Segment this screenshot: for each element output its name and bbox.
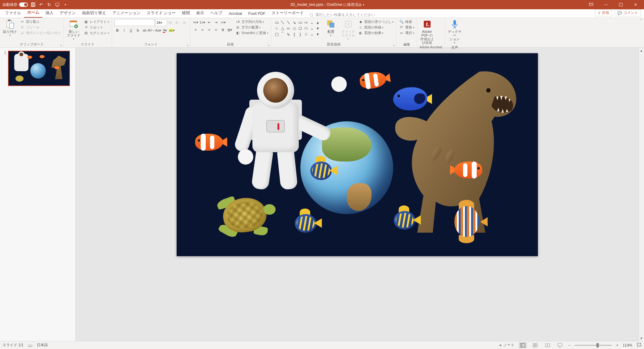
- shape-outline-button[interactable]: ◇図形の枠線: [358, 25, 394, 30]
- underline-icon[interactable]: U: [128, 27, 134, 33]
- distribute-icon[interactable]: ≣: [220, 27, 226, 33]
- numbering-icon[interactable]: 1≡▾: [200, 19, 206, 25]
- dialog-launcher-icon[interactable]: ↘: [267, 44, 270, 47]
- slide-counter[interactable]: スライド 1/1: [2, 343, 24, 348]
- align-center-icon[interactable]: ≡: [200, 27, 206, 33]
- tab-storyboard[interactable]: ストーリーボード: [268, 9, 307, 18]
- blue-tang-model[interactable]: [393, 87, 427, 110]
- present-from-beginning-icon[interactable]: [54, 2, 60, 7]
- find-button[interactable]: 🔍検索: [399, 19, 414, 24]
- slide-thumbnail[interactable]: [8, 51, 70, 86]
- clownfish-model[interactable]: [454, 162, 482, 179]
- shape-fill-button[interactable]: ◆図形の塗りつぶし: [358, 19, 394, 24]
- angelfish-model[interactable]: [307, 158, 337, 183]
- shape-arrow2-icon[interactable]: ⇨: [304, 20, 309, 25]
- decrease-indent-icon[interactable]: ⇤: [206, 19, 213, 25]
- undo-icon[interactable]: ↶: [38, 2, 44, 7]
- shape-effects-button[interactable]: ◐図形の効果: [358, 30, 394, 35]
- format-painter-button[interactable]: 🖌書式のコピー/貼り付け: [20, 30, 61, 35]
- bold-icon[interactable]: B: [114, 27, 121, 33]
- close-button[interactable]: ✕: [629, 0, 643, 9]
- align-right-icon[interactable]: ≡: [206, 27, 213, 33]
- maximize-button[interactable]: [614, 0, 628, 9]
- cut-button[interactable]: ✂切り取り: [20, 19, 61, 24]
- slideshow-view-icon[interactable]: [556, 342, 564, 348]
- slide-editor[interactable]: [76, 48, 638, 341]
- tab-help[interactable]: ヘルプ: [207, 9, 225, 18]
- comments-button[interactable]: 💬コメント: [615, 9, 641, 16]
- shape-scroll-dn-icon[interactable]: ▾: [316, 26, 320, 31]
- reading-view-icon[interactable]: [543, 342, 552, 348]
- line-spacing-icon[interactable]: ↕≡▾: [220, 19, 226, 25]
- dictate-button[interactable]: ディクテー ション▾: [447, 19, 462, 45]
- tab-animations[interactable]: アニメーション: [109, 9, 144, 18]
- slide-sorter-view-icon[interactable]: [531, 342, 539, 348]
- zoom-in-icon[interactable]: +: [616, 343, 618, 347]
- shape-hex-icon[interactable]: ⬡: [298, 26, 303, 31]
- shape-tri-icon[interactable]: △: [280, 26, 285, 31]
- highlight-icon[interactable]: ab▾: [169, 27, 175, 33]
- bullets-icon[interactable]: •≡▾: [193, 19, 199, 25]
- tab-transitions[interactable]: 画面切り替え: [79, 9, 109, 18]
- columns-icon[interactable]: ▥▾: [227, 27, 233, 33]
- autosave-toggle[interactable]: 自動保存: [2, 2, 28, 7]
- tab-design[interactable]: デザイン: [57, 9, 79, 18]
- fit-to-window-icon[interactable]: [637, 343, 642, 348]
- increase-indent-icon[interactable]: ⇥: [213, 19, 219, 25]
- change-case-icon[interactable]: Aa▾: [155, 27, 161, 33]
- shape-more3-icon[interactable]: ⌄: [310, 32, 315, 37]
- select-button[interactable]: ▭選択: [399, 30, 414, 35]
- zoom-value[interactable]: 114%: [623, 343, 632, 347]
- font-family-input[interactable]: [114, 19, 155, 26]
- shape-brace2-icon[interactable]: }: [298, 32, 303, 37]
- align-text-button[interactable]: ⊟文字の配置: [235, 25, 268, 30]
- shape-arrow-icon[interactable]: ↘: [292, 20, 297, 25]
- tab-insert[interactable]: 挿入: [42, 9, 57, 18]
- butterflyfish-model[interactable]: [451, 202, 485, 242]
- strikethrough-icon[interactable]: S̶: [135, 27, 141, 33]
- ribbon-display-options-icon[interactable]: [584, 0, 598, 9]
- tab-view[interactable]: 表示: [193, 9, 207, 18]
- increase-font-icon[interactable]: A↑: [168, 19, 174, 26]
- share-button[interactable]: ⇪共有: [595, 9, 612, 16]
- section-button[interactable]: ▤セクション: [84, 30, 109, 35]
- font-color-icon[interactable]: A▾: [162, 27, 168, 33]
- sea-turtle-model[interactable]: [217, 192, 276, 239]
- shape-callout-icon[interactable]: ⬭: [304, 26, 309, 31]
- tab-file[interactable]: ファイル: [2, 9, 24, 18]
- angelfish-model[interactable]: [390, 208, 421, 233]
- shape-arrowL-icon[interactable]: ⇦: [286, 26, 291, 31]
- shape-rect-icon[interactable]: ▭: [274, 20, 279, 25]
- replace-button[interactable]: ᵃ⁄ᵇ置換: [399, 25, 414, 30]
- adobe-pdf-button[interactable]: Adobe PDF の 作成および共有: [420, 19, 435, 45]
- spellcheck-icon[interactable]: 📖: [28, 343, 32, 347]
- tab-slideshow[interactable]: スライド ショー: [144, 9, 179, 18]
- copy-button[interactable]: ⧉コピー: [20, 25, 61, 30]
- arrange-button[interactable]: 配置▾: [324, 19, 338, 37]
- shape-expand-icon[interactable]: ▾: [316, 32, 320, 37]
- text-shadow-icon[interactable]: ab: [142, 27, 148, 33]
- shape-brace-icon[interactable]: {: [292, 32, 297, 37]
- angelfish-model[interactable]: [291, 211, 322, 236]
- dialog-launcher-icon[interactable]: ↘: [60, 44, 62, 47]
- new-slide-button[interactable]: 新しい スライド ▾: [66, 19, 81, 41]
- save-icon[interactable]: [30, 2, 36, 7]
- notes-button[interactable]: ≐ノート: [499, 343, 514, 348]
- qat-customize-icon[interactable]: ▾: [62, 2, 68, 7]
- normal-view-icon[interactable]: [519, 342, 527, 348]
- tab-foxit[interactable]: Foxit PDF: [245, 10, 269, 18]
- quick-styles-button[interactable]: クイック スタイル▾: [341, 19, 356, 41]
- shape-star-icon[interactable]: ☆: [304, 32, 309, 37]
- layout-button[interactable]: ▦レイアウト: [84, 19, 109, 24]
- language-status[interactable]: 日本語: [37, 343, 48, 348]
- tab-review[interactable]: 校閲: [179, 9, 193, 18]
- scroll-up-icon[interactable]: ▲: [639, 48, 644, 53]
- slide-thumbnail-1[interactable]: 1: [2, 51, 73, 86]
- shape-oval-icon[interactable]: ○: [274, 26, 279, 31]
- convert-smartart-button[interactable]: ◧SmartArt に変換: [235, 30, 268, 35]
- font-size-input[interactable]: [155, 19, 167, 26]
- text-direction-button[interactable]: ↕A文字列の方向: [235, 19, 268, 24]
- italic-icon[interactable]: I: [121, 27, 127, 33]
- dialog-launcher-icon[interactable]: ↘: [186, 44, 189, 47]
- align-left-icon[interactable]: ≡: [193, 27, 199, 33]
